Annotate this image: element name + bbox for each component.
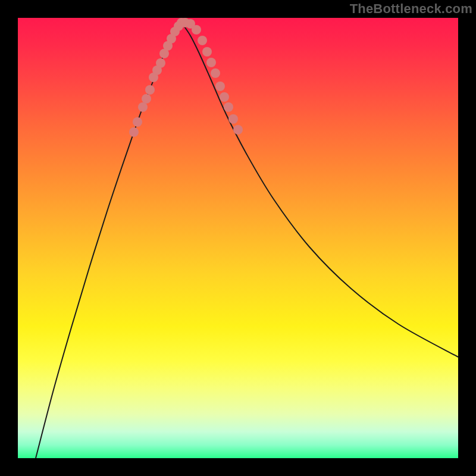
curve-right-branch [181,23,458,357]
watermark-wrap: TheBottleneck.com [0,0,476,17]
curve-layer [18,18,458,458]
highlight-dot [220,92,229,102]
highlight-dot [211,68,220,78]
highlight-dot [233,125,243,134]
highlight-dot [215,82,225,91]
highlight-dot [202,47,212,57]
highlight-dot [129,127,139,137]
highlight-dot [206,58,216,67]
plot-area [18,18,458,458]
highlight-dot [145,85,155,95]
highlight-dot [142,94,151,104]
curve-left-branch [36,23,181,458]
highlight-dot [156,58,165,68]
highlight-dot [224,102,233,112]
highlight-dot [138,102,148,112]
highlight-dot [228,114,238,124]
highlight-dot [198,36,207,45]
watermark-text: TheBottleneck.com [350,0,476,17]
outer-frame: TheBottleneck.com [0,0,476,476]
highlight-dot [133,117,142,127]
highlight-dot [192,25,201,35]
highlight-markers [129,18,243,137]
